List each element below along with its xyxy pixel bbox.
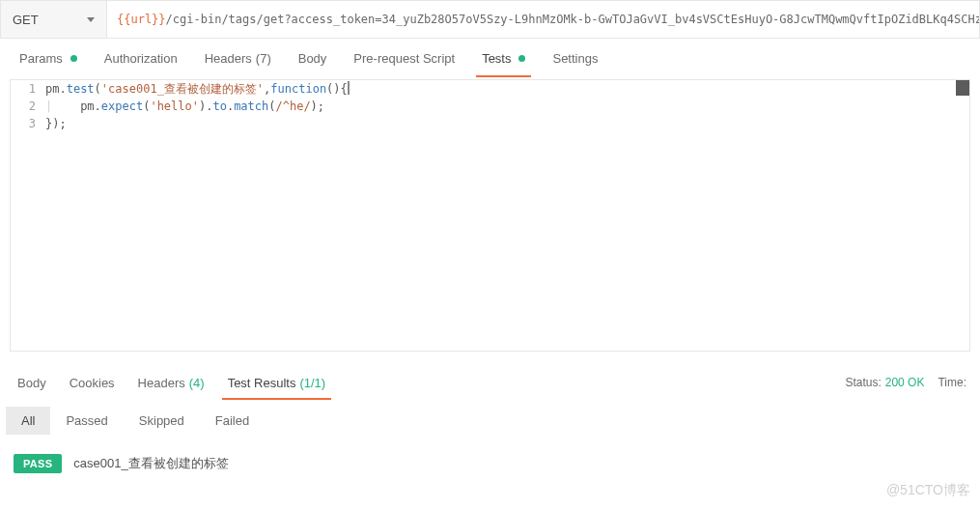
tab-settings-label: Settings: [552, 51, 598, 66]
tab-prereq-label: Pre-request Script: [353, 51, 455, 66]
resp-tab-results-label: Test Results: [228, 376, 296, 390]
resp-tab-cookies-label: Cookies: [70, 376, 115, 390]
tab-tests[interactable]: Tests: [468, 39, 539, 77]
tab-body[interactable]: Body: [285, 39, 341, 77]
filter-all[interactable]: All: [6, 407, 50, 435]
tab-headers[interactable]: Headers (7): [191, 39, 285, 77]
test-result-item: PASS case001_查看被创建的标签: [0, 437, 980, 473]
url-input[interactable]: {{url}}/cgi-bin/tags/get?access_token=34…: [107, 1, 979, 38]
tab-headers-label: Headers: [205, 51, 252, 66]
resp-tab-cookies[interactable]: Cookies: [58, 365, 126, 400]
chevron-down-icon: [87, 17, 95, 22]
text-cursor-icon: [348, 81, 350, 95]
filter-failed[interactable]: Failed: [200, 407, 265, 435]
tab-authorization[interactable]: Authorization: [91, 39, 191, 77]
code-line: 1 pm.test('case001_查看被创建的标签',function(){: [11, 80, 969, 98]
line-number: 1: [11, 80, 45, 98]
tests-code-editor[interactable]: 1 pm.test('case001_查看被创建的标签',function(){…: [10, 79, 970, 352]
code-content: });: [45, 115, 969, 132]
code-line: 3 });: [11, 115, 969, 132]
tab-headers-count: (7): [256, 51, 271, 66]
time-label: Time:: [938, 376, 966, 389]
status-label: Status:: [845, 376, 881, 389]
dot-icon: [70, 55, 77, 62]
response-tabs: Body Cookies Headers (4) Test Results (1…: [0, 365, 980, 400]
resp-tab-headers-label: Headers: [138, 376, 185, 390]
resp-tab-body[interactable]: Body: [6, 365, 58, 400]
test-result-filters: All Passed Skipped Failed: [0, 404, 980, 437]
response-status: Status: 200 OK Time:: [845, 376, 974, 389]
tab-body-label: Body: [298, 51, 327, 66]
tab-params-label: Params: [19, 51, 63, 66]
tab-settings[interactable]: Settings: [539, 39, 611, 77]
dot-icon: [518, 55, 525, 62]
request-tabs: Params Authorization Headers (7) Body Pr…: [0, 39, 980, 77]
url-variable: {{url}}: [117, 13, 166, 26]
tab-prerequest[interactable]: Pre-request Script: [340, 39, 468, 77]
code-content: | pm.expect('hello').to.match(/^he/);: [45, 98, 969, 115]
test-result-name: case001_查看被创建的标签: [73, 455, 228, 472]
resp-tab-headers-count: (4): [189, 376, 205, 390]
code-line: 2 | pm.expect('hello').to.match(/^he/);: [11, 98, 969, 115]
resp-tab-body-label: Body: [17, 376, 46, 390]
http-method-select[interactable]: GET: [1, 1, 107, 38]
filter-skipped[interactable]: Skipped: [124, 407, 200, 435]
status-value: 200 OK: [885, 376, 925, 389]
resp-tab-results-count: (1/1): [299, 376, 325, 390]
pass-badge: PASS: [14, 454, 62, 473]
tab-tests-label: Tests: [482, 51, 511, 66]
line-number: 3: [11, 115, 45, 132]
resp-tab-results[interactable]: Test Results (1/1): [216, 365, 338, 400]
line-number: 2: [11, 98, 45, 115]
code-content: pm.test('case001_查看被创建的标签',function(){: [45, 80, 969, 98]
http-method-label: GET: [13, 13, 39, 27]
editor-minimap: [956, 80, 969, 96]
url-rest: /cgi-bin/tags/get?access_token=34_yuZb28…: [166, 13, 979, 26]
tab-auth-label: Authorization: [104, 51, 178, 66]
watermark: @51CTO博客: [886, 482, 970, 499]
tab-params[interactable]: Params: [6, 39, 91, 77]
resp-tab-headers[interactable]: Headers (4): [126, 365, 216, 400]
filter-passed[interactable]: Passed: [50, 407, 123, 435]
